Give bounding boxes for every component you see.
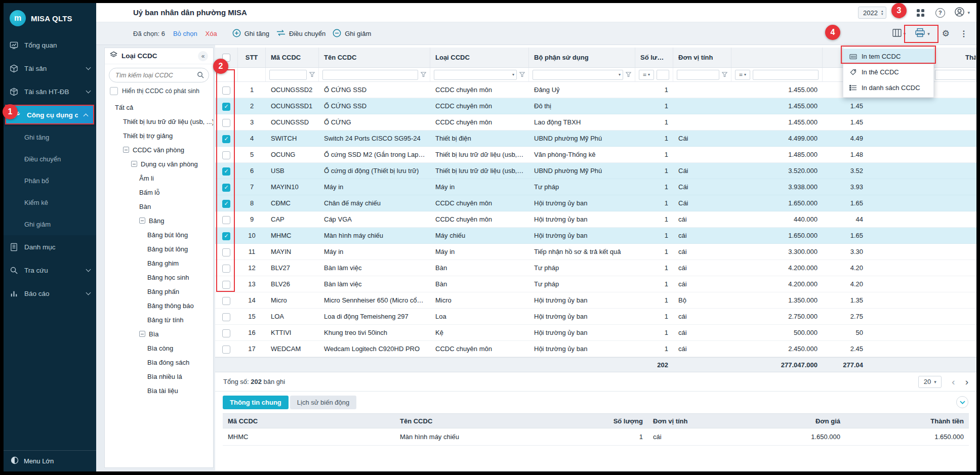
row-checkbox[interactable]: ✓: [222, 135, 230, 143]
tree-item[interactable]: Bìa tài liệu: [105, 383, 213, 398]
print-menu-item-in-danh-sach-ccdc[interactable]: In danh sách CCDC: [843, 80, 933, 96]
user-account-button[interactable]: ▾: [954, 7, 970, 19]
table-row[interactable]: ✓2OCUNGSSD1Ổ CỨNG SSDCCDC chuyên mônĐô t…: [215, 98, 976, 114]
sidebar-item-tong-quan[interactable]: Tổng quan: [4, 33, 96, 57]
sidebar-subitem-dieu-chuyen[interactable]: Điều chuyển: [4, 148, 96, 170]
row-checkbox[interactable]: ✓: [222, 200, 230, 208]
table-row[interactable]: 11MAYINMáy inMáy inTiếp nhận hồ sơ & trả…: [215, 244, 976, 260]
row-checkbox[interactable]: [222, 248, 230, 256]
row-checkbox[interactable]: ✓: [222, 167, 230, 176]
year-spinner-icon[interactable]: ▴▾: [881, 10, 883, 16]
filter-so-luong-input[interactable]: [659, 71, 667, 78]
filter-ten-ccdc-input[interactable]: [325, 71, 416, 78]
sidebar-subitem-phan-bo[interactable]: Phân bổ: [4, 170, 96, 192]
table-row[interactable]: 13BLV26Bàn làm việcBànTư pháp1cái4.200.0…: [215, 276, 976, 292]
row-checkbox[interactable]: [222, 119, 230, 127]
col-stt[interactable]: STT: [238, 48, 266, 67]
table-row[interactable]: 17WEDCAMWedcam Logitech C920HD PROCCDC c…: [215, 341, 976, 357]
deselect-link[interactable]: Bỏ chọn: [173, 30, 197, 37]
row-checkbox[interactable]: [222, 297, 230, 305]
delete-link[interactable]: Xóa: [206, 30, 217, 37]
table-row[interactable]: ✓8CĐMCChân đế máy chiếuCCDC chuyên mônHộ…: [215, 195, 976, 211]
tree-item[interactable]: Bảng học sinh: [105, 270, 213, 284]
toolbar-ghi-giam-button[interactable]: Ghi giảm: [333, 29, 371, 39]
table-row[interactable]: 3OCUNGSSDỔ CỨNGCCDC chuyên mônLao động T…: [215, 114, 976, 131]
sidebar-subitem-kiem-ke[interactable]: Kiểm kê: [4, 192, 96, 213]
filter-don-vi-tinh-input[interactable]: [679, 71, 717, 78]
filter-funnel-icon[interactable]: [626, 72, 631, 77]
prev-page-button[interactable]: ‹: [952, 377, 955, 387]
tree-item[interactable]: CCDC văn phòng: [105, 143, 213, 157]
tab-lich-su-bien-dong[interactable]: Lịch sử biến động: [290, 396, 356, 409]
print-menu-item-in-the-ccdc[interactable]: In thẻ CCDC: [843, 64, 933, 80]
tree-item[interactable]: Bảng ghim: [105, 256, 213, 270]
sidebar-item-cong-cu-dung-cu[interactable]: Công cụ dụng cụ: [6, 105, 94, 124]
app-launcher-icon[interactable]: [915, 7, 926, 18]
row-checkbox[interactable]: [222, 313, 230, 321]
tree-item[interactable]: Bìa đóng sách: [105, 355, 213, 369]
tree-item[interactable]: Bảng từ tính: [105, 313, 213, 327]
table-row[interactable]: 14MicroMicro Sennheiser 650 (Micro cổ ng…: [215, 292, 976, 309]
row-checkbox[interactable]: ✓: [222, 232, 230, 240]
column-chooser-button[interactable]: ▾: [890, 27, 909, 41]
tree-item[interactable]: Tất cả: [105, 100, 213, 114]
filter-operator-select[interactable]: =▾: [735, 70, 750, 80]
filter-bo-phan-input[interactable]: [535, 71, 618, 78]
table-row[interactable]: 15LOALoa di động Temeisheng 297LoaHội tr…: [215, 309, 976, 325]
help-icon[interactable]: ?: [934, 7, 946, 18]
tree-item[interactable]: Bìa: [105, 327, 213, 341]
settings-button[interactable]: ⚙: [940, 26, 952, 41]
toolbar-dieu-chuyen-button[interactable]: Điều chuyển: [276, 29, 325, 38]
year-selector[interactable]: 2022 ▴▾: [858, 7, 886, 19]
tree-item[interactable]: Thiết bị trợ giảng: [105, 128, 213, 143]
tree-item[interactable]: Bảng bút lông: [105, 228, 213, 242]
more-options-button[interactable]: ⋮: [957, 27, 970, 40]
row-checkbox[interactable]: [222, 87, 230, 95]
sidebar-item-bao-cao[interactable]: Báo cáo: [4, 282, 96, 305]
table-row[interactable]: 16KTTIVIKhung treo tivi 50inchKệHội trườ…: [215, 325, 976, 341]
col-so-luong[interactable]: Số lượng: [635, 48, 673, 67]
tree-item[interactable]: Bấm lỗ: [105, 185, 213, 199]
sidebar-subitem-ghi-giam[interactable]: Ghi giảm: [4, 213, 96, 235]
tree-item[interactable]: Bảng thông báo: [105, 298, 213, 313]
tree-search-input[interactable]: [109, 68, 209, 82]
sidebar-subitem-ghi-tang[interactable]: Ghi tăng: [4, 126, 96, 148]
tab-thong-tin-chung[interactable]: Thông tin chung: [223, 396, 289, 409]
toolbar-ghi-tang-button[interactable]: Ghi tăng: [232, 29, 269, 39]
col-loai-ccdc[interactable]: Loại CCDC: [430, 48, 529, 67]
filter-don-gia-input[interactable]: [755, 71, 816, 78]
print-menu-item-in-tem-ccdc[interactable]: In tem CCDC: [843, 49, 933, 64]
table-row[interactable]: ✓6USBỔ cứng di động (Thiết bị lưu trữ)Th…: [215, 163, 976, 179]
filter-funnel-icon[interactable]: [421, 72, 426, 77]
tree-item[interactable]: Bàn: [105, 199, 213, 213]
chevron-down-icon[interactable]: ▾: [619, 72, 621, 77]
table-row[interactable]: ✓7MAYIN10Máy inMáy inTư pháp1Cái3.938.00…: [215, 179, 976, 195]
filter-funnel-icon[interactable]: [722, 72, 727, 77]
col-don-vi-tinh[interactable]: Đơn vị tính: [673, 48, 731, 67]
row-checkbox[interactable]: ✓: [222, 184, 230, 192]
filter-funnel-icon[interactable]: [309, 72, 315, 77]
col-ten-ccdc[interactable]: Tên CCDC: [319, 48, 430, 67]
col-don-gia[interactable]: [731, 48, 823, 67]
show-generated-checkbox[interactable]: [110, 87, 118, 95]
sidebar-item-tai-san-ht-db[interactable]: Tài sản HT-ĐB: [4, 80, 96, 103]
tree-item[interactable]: Bìa nhiều lá: [105, 369, 213, 383]
page-size-select[interactable]: 20▾: [918, 376, 942, 388]
tree-item[interactable]: Bảng: [105, 213, 213, 228]
row-checkbox[interactable]: ✓: [222, 103, 230, 111]
sidebar-item-danh-muc[interactable]: Danh mục: [4, 235, 96, 258]
row-checkbox[interactable]: [222, 346, 230, 354]
row-checkbox[interactable]: [222, 265, 230, 273]
tree-item[interactable]: Thiết bị lưu trữ dữ liệu (usb, ...): [105, 114, 213, 128]
row-checkbox[interactable]: [222, 216, 230, 224]
filter-thanh-tien-input[interactable]: [935, 70, 976, 80]
row-checkbox[interactable]: [222, 329, 230, 337]
collapse-toggle-icon[interactable]: [123, 147, 129, 153]
tree-item[interactable]: Bìa còng: [105, 341, 213, 355]
print-button[interactable]: ▾: [912, 26, 932, 41]
tree-item[interactable]: Bảng bút lông: [105, 242, 213, 256]
tree-item[interactable]: Âm li: [105, 171, 213, 185]
collapse-toggle-icon[interactable]: [139, 218, 145, 224]
filter-loai-ccdc-input[interactable]: [436, 71, 511, 78]
search-icon[interactable]: [197, 71, 204, 80]
